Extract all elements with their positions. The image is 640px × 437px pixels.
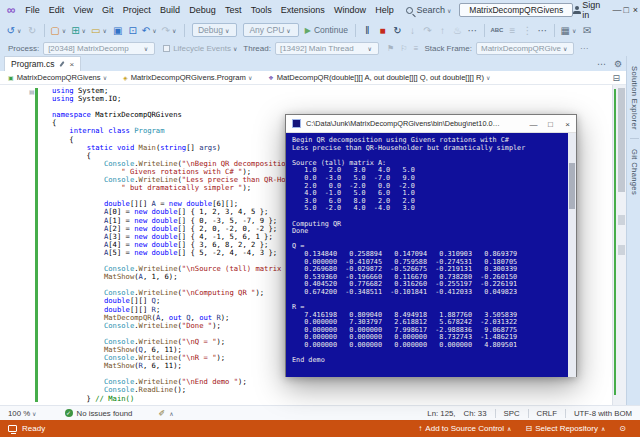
- split-window-icon[interactable]: ⊟: [612, 73, 620, 83]
- breadcrumb-class-label: MatrixDecompQRGivens.Program: [131, 73, 246, 82]
- open-file-icon[interactable]: ▭∨: [91, 25, 109, 36]
- more-options-icon[interactable]: ⋯: [580, 44, 588, 53]
- chevron-down-icon: ∨: [447, 7, 451, 14]
- menu-debug[interactable]: Debug: [185, 5, 221, 15]
- console-scrollbar[interactable]: [568, 133, 576, 377]
- code-line: using System.IO;: [52, 95, 338, 103]
- menu-window[interactable]: Window: [329, 5, 370, 15]
- console-app-icon: [292, 119, 301, 128]
- hot-reload-icon[interactable]: ♨: [451, 25, 463, 36]
- continue-play-icon: ▶: [305, 26, 311, 35]
- menu-tools[interactable]: Tools: [246, 5, 276, 15]
- new-project-icon[interactable]: ▢∨: [50, 25, 68, 36]
- console-minimize-button[interactable]: —: [525, 120, 542, 129]
- menu-project[interactable]: Project: [118, 5, 155, 15]
- navigate-forward-icon[interactable]: ↻: [26, 25, 38, 36]
- breadcrumb-method[interactable]: ❖ MatDecompQR(double[][] A, out double[]…: [268, 73, 492, 82]
- zoom-dropdown[interactable]: 100 % ∨: [8, 409, 39, 418]
- thread-flag-icons[interactable]: ⚑ ⚐ ≡: [387, 44, 420, 53]
- step-out-icon[interactable]: ↑: [436, 25, 448, 36]
- menu-build[interactable]: Build: [155, 5, 184, 15]
- console-maximize-button[interactable]: □: [542, 120, 559, 129]
- chevron-down-icon: ∨: [248, 74, 252, 81]
- process-dropdown[interactable]: [20348] MatrixDecomp ∨: [43, 42, 155, 55]
- breadcrumb-method-label: MatDecompQR(double[][] A, out double[][]…: [277, 73, 484, 82]
- code-cleanup-icon[interactable]: ✐: [158, 409, 165, 418]
- breadcrumb-project-label: MatrixDecompQRGivens: [17, 73, 101, 82]
- break-all-icon[interactable]: ‖: [361, 25, 373, 36]
- platform-select[interactable]: Any CPU∨: [243, 23, 298, 37]
- thread-label: Thread:: [243, 44, 271, 53]
- close-tab-icon[interactable]: ×: [69, 60, 74, 69]
- more-editor-icon[interactable]: ⋯: [536, 25, 548, 36]
- issues-label[interactable]: No issues found: [77, 409, 133, 418]
- more-debug-icon[interactable]: ⋯: [466, 25, 478, 36]
- indent-icon[interactable]: ⋮: [521, 25, 533, 36]
- add-item-icon[interactable]: ⊞∨: [71, 25, 88, 36]
- stack-frame-label: Stack Frame:: [424, 44, 472, 53]
- restart-icon[interactable]: ↻: [391, 25, 403, 36]
- visual-studio-logo-icon: ∞: [7, 3, 16, 17]
- gear-icon[interactable]: ⚙: [614, 59, 622, 69]
- console-close-button[interactable]: ×: [559, 120, 576, 129]
- menu-git[interactable]: Git: [98, 5, 119, 15]
- redo-icon[interactable]: ↷∨: [162, 25, 179, 36]
- console-title-bar[interactable]: C:\Data\Junk\MatrixDecompQRGivens\bin\De…: [286, 115, 576, 133]
- select-repository-button[interactable]: ⊟ Select Repository ∧: [525, 424, 605, 433]
- menu-file[interactable]: File: [21, 5, 45, 15]
- minimize-button[interactable]: —: [612, 5, 621, 15]
- lifecycle-events-toggle[interactable]: Lifecycle Events ∨: [163, 44, 239, 53]
- step-into-icon[interactable]: ↓: [406, 25, 418, 36]
- breadcrumb-class[interactable]: ◈ MatrixDecompQRGivens.Program ∨: [123, 73, 254, 82]
- chevron-down-icon: ∨: [62, 27, 66, 34]
- menu-edit[interactable]: Edit: [44, 5, 69, 15]
- continue-button[interactable]: ▶Continue: [305, 25, 348, 35]
- pin-icon[interactable]: [60, 61, 65, 67]
- debug-config-select[interactable]: Debug∨: [192, 23, 237, 37]
- stack-frame-dropdown[interactable]: MatrixDecompQRGive ∨: [476, 42, 574, 55]
- lifecycle-events-label: Lifecycle Events: [173, 44, 231, 53]
- menu-test[interactable]: Test: [220, 5, 246, 15]
- thread-dropdown[interactable]: [13492] Main Thread ∨: [275, 42, 379, 55]
- editor-layout-icon[interactable]: ▦∨: [560, 25, 578, 36]
- menu-view[interactable]: View: [69, 5, 98, 15]
- line-ending-indicator[interactable]: CRLF: [537, 409, 557, 418]
- stop-icon[interactable]: ■: [376, 25, 388, 36]
- console-scrollbar-thumb[interactable]: [569, 163, 575, 209]
- add-to-source-control-button[interactable]: ↑ Add to Source Control ∧: [418, 424, 511, 433]
- console-window[interactable]: C:\Data\Junk\MatrixDecompQRGivens\bin\De…: [285, 114, 577, 377]
- tab-program-cs[interactable]: Program.cs ×: [4, 56, 81, 71]
- tab-overflow-icon[interactable]: ⋯: [597, 59, 606, 69]
- breadcrumb-project[interactable]: ▣ MatrixDecompQRGivens ∨: [8, 73, 109, 82]
- line-indicator[interactable]: Ln: 125,: [427, 409, 455, 418]
- chevron-down-icon: ∨: [172, 27, 176, 34]
- close-button[interactable]: ×: [631, 5, 640, 15]
- undo-icon[interactable]: ↶∨: [142, 25, 159, 36]
- step-over-icon[interactable]: ↷: [421, 25, 433, 36]
- ready-label: Ready: [22, 424, 45, 433]
- notifications-bell-icon[interactable]: ⊙: [619, 424, 626, 433]
- spell-check-icon[interactable]: ABC: [490, 27, 503, 33]
- column-indicator[interactable]: Ch: 33: [464, 409, 487, 418]
- save-icon[interactable]: ▣: [112, 25, 124, 36]
- menu-extensions[interactable]: Extensions: [276, 5, 329, 15]
- navigate-back-icon[interactable]: ↺∨: [7, 25, 24, 36]
- tab-solution-explorer[interactable]: Solution Explorer: [630, 56, 639, 138]
- scrollbar-thumb[interactable]: [618, 88, 625, 192]
- menu-help[interactable]: Help: [371, 5, 399, 15]
- maximize-button[interactable]: □: [622, 5, 631, 15]
- search-box[interactable]: Search ∨: [406, 5, 453, 15]
- solution-name-box[interactable]: MatrixDecompQRGivens: [459, 3, 573, 17]
- chevron-up-icon[interactable]: ∧: [169, 410, 173, 417]
- save-all-icon[interactable]: ⊡: [127, 25, 139, 36]
- space-mode-indicator[interactable]: SPC: [504, 409, 520, 418]
- sign-in-button[interactable]: Sign in: [573, 0, 602, 20]
- editor-scrollbar[interactable]: [612, 85, 626, 405]
- encoding-indicator[interactable]: UTF-8 with BOM: [574, 409, 632, 418]
- feedback-icon[interactable]: ✉: [581, 25, 593, 36]
- process-label: Process:: [8, 44, 39, 53]
- line-format-icon[interactable]: ≡: [506, 25, 518, 36]
- tab-git-changes[interactable]: Git Changes: [630, 138, 639, 203]
- person-icon: [573, 6, 579, 14]
- toolbar-separator: [355, 24, 356, 37]
